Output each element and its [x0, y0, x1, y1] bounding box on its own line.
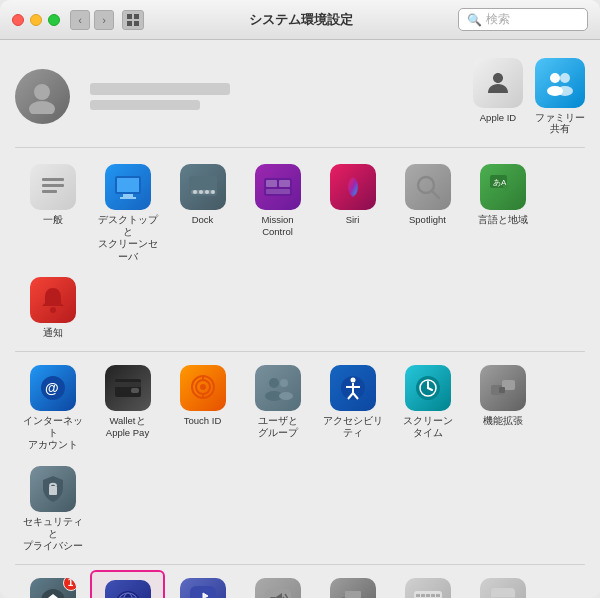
- svg-point-4: [34, 84, 50, 100]
- forward-button[interactable]: ›: [94, 10, 114, 30]
- touchid-label: Touch ID: [184, 415, 222, 427]
- spotlight-icon: [405, 164, 451, 210]
- svg-rect-36: [115, 379, 141, 397]
- desktop-icon: [105, 164, 151, 210]
- apple-id-label: Apple ID: [480, 112, 516, 123]
- svg-rect-38: [131, 388, 139, 393]
- pref-item-sound[interactable]: サウンド: [240, 570, 315, 598]
- svg-point-5: [29, 101, 55, 114]
- pref-item-screentime[interactable]: スクリーンタイム: [390, 357, 465, 458]
- apple-id-icon: [473, 58, 523, 108]
- mission-icon: [255, 164, 301, 210]
- apple-id-item[interactable]: Apple ID: [473, 58, 523, 135]
- pref-item-mission[interactable]: MissionControl: [240, 156, 315, 269]
- svg-rect-1: [134, 14, 139, 19]
- family-sharing-label: ファミリー共有: [535, 112, 585, 135]
- users-icon: [255, 365, 301, 411]
- svg-point-7: [560, 73, 570, 83]
- notifications-icon: [30, 277, 76, 323]
- svg-rect-10: [42, 178, 64, 181]
- profile-info: [90, 83, 473, 110]
- accessibility-label: アクセシビリティ: [320, 415, 385, 440]
- avatar: [15, 69, 70, 124]
- pref-item-notifications[interactable]: 通知: [15, 269, 90, 345]
- trackpad-icon: [480, 578, 526, 598]
- language-icon: あA: [480, 164, 526, 210]
- mission-label: MissionControl: [261, 214, 293, 239]
- pref-item-general[interactable]: 一般: [15, 156, 90, 269]
- desktop-label: デスクトップとスクリーンセーバ: [95, 214, 160, 263]
- search-box[interactable]: 🔍 検索: [458, 8, 588, 31]
- svg-point-9: [557, 86, 573, 96]
- pref-item-wallet[interactable]: WalletとApple Pay: [90, 357, 165, 458]
- software-icon: 1: [30, 578, 76, 598]
- general-label: 一般: [43, 214, 63, 226]
- svg-text:あA: あA: [493, 178, 507, 187]
- update-badge: 1: [63, 578, 76, 591]
- pref-item-printers[interactable]: プリンタとスキャナ: [315, 570, 390, 598]
- svg-rect-82: [426, 594, 430, 597]
- pref-item-bluetooth[interactable]: Bluetooth: [165, 570, 240, 598]
- siri-label: Siri: [346, 214, 360, 226]
- screentime-label: スクリーンタイム: [403, 415, 453, 440]
- pref-item-keyboard[interactable]: キーボード: [390, 570, 465, 598]
- svg-text:@: @: [45, 380, 59, 396]
- dock-icon: [180, 164, 226, 210]
- svg-point-44: [269, 378, 279, 388]
- pref-item-security[interactable]: セキュリティとプライバシー: [15, 458, 90, 559]
- pref-item-trackpad[interactable]: トラックパッド: [465, 570, 540, 598]
- spotlight-label: Spotlight: [409, 214, 446, 226]
- internet-icon: @: [30, 365, 76, 411]
- pref-item-extensions[interactable]: 機能拡張: [465, 357, 540, 458]
- svg-rect-84: [436, 594, 440, 597]
- pref-item-network[interactable]: ネットワーク: [90, 570, 165, 598]
- wallet-label: WalletとApple Pay: [106, 415, 149, 440]
- pref-item-touchid[interactable]: Touch ID: [165, 357, 240, 458]
- pref-item-desktop[interactable]: デスクトップとスクリーンセーバ: [90, 156, 165, 269]
- svg-rect-14: [117, 178, 139, 192]
- close-button[interactable]: [12, 14, 24, 26]
- svg-point-6: [550, 73, 560, 83]
- section-1: 一般 デスクトップとスクリーンセーバ: [15, 156, 585, 346]
- general-icon: [30, 164, 76, 210]
- back-button[interactable]: ‹: [70, 10, 90, 30]
- svg-rect-81: [421, 594, 425, 597]
- svg-point-22: [211, 190, 215, 194]
- maximize-button[interactable]: [48, 14, 60, 26]
- profile-email: [90, 100, 200, 110]
- pref-item-spotlight[interactable]: Spotlight: [390, 156, 465, 269]
- pref-item-accessibility[interactable]: アクセシビリティ: [315, 357, 390, 458]
- pref-item-siri[interactable]: Siri: [315, 156, 390, 269]
- family-sharing-item[interactable]: ファミリー共有: [535, 58, 585, 135]
- bluetooth-icon: [180, 578, 226, 598]
- svg-rect-83: [431, 594, 435, 597]
- dock-label: Dock: [192, 214, 214, 226]
- security-icon: [30, 466, 76, 512]
- content-area: Apple ID ファミリー共有: [0, 40, 600, 598]
- svg-rect-2: [127, 21, 132, 26]
- pref-item-internet[interactable]: @ インターネットアカウント: [15, 357, 90, 458]
- pref-item-language[interactable]: あA 言語と地域: [465, 156, 540, 269]
- touchid-icon: [180, 365, 226, 411]
- minimize-button[interactable]: [30, 14, 42, 26]
- svg-rect-12: [42, 190, 57, 193]
- extensions-label: 機能拡張: [483, 415, 523, 427]
- pref-item-software[interactable]: 1 ソフトウェアアップデート: [15, 570, 90, 598]
- svg-rect-25: [279, 180, 290, 187]
- grid-view-button[interactable]: [122, 10, 144, 30]
- keyboard-icon: [405, 578, 451, 598]
- traffic-lights: [12, 14, 60, 26]
- svg-point-49: [350, 377, 355, 382]
- language-label: 言語と地域: [478, 214, 528, 226]
- pref-item-users[interactable]: ユーザとグループ: [240, 357, 315, 458]
- accessibility-icon: [330, 365, 376, 411]
- svg-point-20: [199, 190, 203, 194]
- window-title: システム環境設定: [144, 11, 458, 29]
- pref-item-dock[interactable]: Dock: [165, 156, 240, 269]
- svg-rect-3: [134, 21, 139, 26]
- svg-rect-0: [127, 14, 132, 19]
- svg-rect-61: [49, 486, 57, 495]
- section-3: 1 ソフトウェアアップデート: [15, 570, 585, 598]
- svg-rect-91: [491, 588, 515, 598]
- svg-rect-26: [266, 189, 290, 194]
